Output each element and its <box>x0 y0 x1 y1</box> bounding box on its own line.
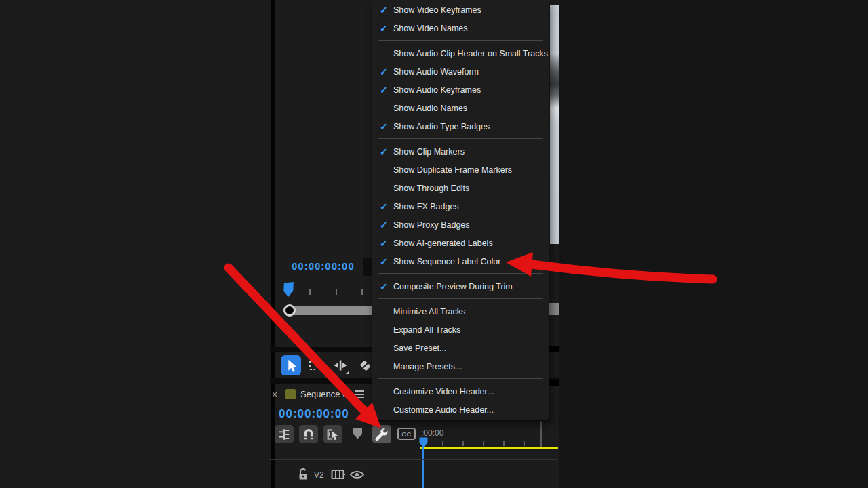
ruler-tick <box>442 441 443 446</box>
timeline-timecode[interactable]: 00:00:00:00 <box>279 407 349 421</box>
close-panel-button[interactable]: × <box>272 389 277 400</box>
add-marker-button[interactable] <box>352 428 363 441</box>
track-v2-label[interactable]: V2 <box>314 470 324 480</box>
track-select-forward-tool-button[interactable] <box>305 355 326 375</box>
track-output-toggle[interactable] <box>349 470 365 480</box>
menu-item-label: Show Video Keyframes <box>393 5 481 15</box>
check-icon: ✓ <box>380 66 392 77</box>
timeline-display-settings-wrench-icon <box>374 427 389 442</box>
menu-item-show-audio-waveform[interactable]: ✓Show Audio Waveform <box>372 62 549 81</box>
add-marker-icon <box>352 428 363 441</box>
menu-item-label: Show Audio Clip Header on Small Tracks <box>393 49 548 58</box>
timeline-display-settings-button[interactable] <box>372 425 391 443</box>
menu-separator <box>372 375 549 382</box>
nest-toggle-button[interactable] <box>275 425 294 443</box>
menu-item-label: Show Audio Waveform <box>393 67 479 77</box>
menu-item-label: Minimize All Tracks <box>393 307 465 317</box>
ui-notch <box>549 346 559 352</box>
ruler-tick <box>524 441 525 446</box>
captions-button[interactable]: CC <box>397 428 416 440</box>
menu-item-label: Show Sequence Label Color <box>393 257 500 266</box>
menu-item-label: Show Audio Type Badges <box>393 122 490 131</box>
program-monitor-timecode[interactable]: 00:00:00:00 <box>292 260 355 272</box>
menu-item-show-through-edits[interactable]: Show Through Edits <box>372 179 549 197</box>
track-divider <box>270 459 557 460</box>
mini-timeline-tick <box>336 289 337 295</box>
ruler-timecode-label: :00:00 <box>421 428 443 438</box>
left-empty-panel <box>0 0 271 488</box>
ruler-tick <box>503 441 505 446</box>
menu-item-show-proxy-badges[interactable]: ✓Show Proxy Badges <box>372 216 549 234</box>
scrollbar-left-handle[interactable] <box>283 304 296 317</box>
timeline-playhead-line[interactable] <box>422 446 424 488</box>
menu-item-save-preset[interactable]: Save Preset... <box>372 339 549 357</box>
menu-item-label: Show Through Edits <box>393 184 469 193</box>
menu-separator <box>372 37 549 44</box>
menu-item-label: Show AI-generated Labels <box>393 239 493 248</box>
sequence-label-color-chip <box>285 389 296 399</box>
menu-item-label: Show FX Badges <box>393 202 459 211</box>
check-icon: ✓ <box>380 121 392 132</box>
track-output-eye-icon <box>349 470 365 480</box>
check-icon: ✓ <box>380 281 392 292</box>
menu-item-show-audio-names[interactable]: Show Audio Names <box>372 99 549 117</box>
tab-sequence[interactable]: Sequence 01 <box>300 389 353 399</box>
menu-separator <box>372 136 549 142</box>
check-icon: ✓ <box>380 201 392 212</box>
lock-icon <box>298 468 309 481</box>
snap-button[interactable] <box>299 425 318 443</box>
menu-item-show-video-names[interactable]: ✓Show Video Names <box>372 19 549 37</box>
panel-menu-icon[interactable] <box>355 390 364 398</box>
menu-item-manage-presets[interactable]: Manage Presets... <box>372 357 549 375</box>
menu-item-expand-all-tracks[interactable]: Expand All Tracks <box>372 321 549 339</box>
menu-item-show-audio-keyframes[interactable]: ✓Show Audio Keyframes <box>372 81 549 99</box>
menu-item-label: Manage Presets... <box>393 362 462 371</box>
render-bar-yellow <box>420 447 558 449</box>
nest-toggle-icon <box>277 427 292 442</box>
menu-item-show-ai-generated-labels[interactable]: ✓Show AI-generated Labels <box>372 234 549 252</box>
menu-item-show-audio-clip-header-on-small-tracks[interactable]: Show Audio Clip Header on Small Tracks <box>372 44 549 62</box>
menu-item-show-duplicate-frame-markers[interactable]: Show Duplicate Frame Markers <box>372 161 549 179</box>
linked-selection-icon <box>326 427 340 442</box>
sync-lock-icon <box>331 469 346 480</box>
menu-item-label: Show Duplicate Frame Markers <box>393 165 512 175</box>
mini-timeline-tick <box>309 289 311 295</box>
ruler-tick <box>483 441 484 446</box>
program-monitor-playhead-icon[interactable] <box>280 281 296 299</box>
linked-selection-button[interactable] <box>323 425 342 443</box>
menu-item-composite-preview-during-trim[interactable]: ✓Composite Preview During Trim <box>372 277 549 296</box>
menu-separator <box>372 270 549 277</box>
menu-item-label: Show Clip Markers <box>393 147 465 157</box>
menu-item-show-clip-markers[interactable]: ✓Show Clip Markers <box>372 142 549 161</box>
selection-tool-icon <box>283 358 298 373</box>
snap-magnet-icon <box>301 427 316 442</box>
monitor-scrollbar-stub <box>549 303 559 315</box>
menu-item-minimize-all-tracks[interactable]: Minimize All Tracks <box>372 302 549 321</box>
right-empty-region <box>559 0 868 488</box>
menu-item-label: Customize Audio Header... <box>393 405 494 415</box>
menu-item-label: Save Preset... <box>393 344 447 353</box>
menu-item-show-sequence-label-color[interactable]: ✓Show Sequence Label Color <box>372 252 549 270</box>
check-icon: ✓ <box>380 256 392 267</box>
menu-item-show-audio-type-badges[interactable]: ✓Show Audio Type Badges <box>372 117 549 136</box>
sync-lock-toggle[interactable] <box>331 469 346 480</box>
menu-separator <box>372 296 549 302</box>
timeline-display-settings-menu: ✓Show Video Keyframes✓Show Video NamesSh… <box>372 0 549 421</box>
menu-item-label: Show Audio Names <box>393 104 467 113</box>
mini-timeline-tick <box>361 289 363 295</box>
selection-tool-button[interactable] <box>281 355 301 375</box>
check-icon: ✓ <box>380 238 392 249</box>
menu-item-customize-audio-header[interactable]: Customize Audio Header... <box>372 401 549 419</box>
menu-item-show-video-keyframes[interactable]: ✓Show Video Keyframes <box>372 1 549 19</box>
ripple-edit-tool-button[interactable] <box>330 355 351 375</box>
ruler-tick <box>462 441 464 446</box>
menu-item-customize-video-header[interactable]: Customize Video Header... <box>372 382 549 401</box>
track-lock-toggle[interactable] <box>298 468 309 481</box>
track-select-forward-icon <box>307 357 323 373</box>
menu-item-label: Composite Preview During Trim <box>393 282 513 291</box>
menu-item-show-fx-badges[interactable]: ✓Show FX Badges <box>372 197 549 216</box>
check-icon: ✓ <box>380 85 392 96</box>
menu-item-label: Customize Video Header... <box>393 387 494 396</box>
menu-item-label: Show Audio Keyframes <box>393 85 481 95</box>
tool-flyout-indicator <box>346 371 349 374</box>
